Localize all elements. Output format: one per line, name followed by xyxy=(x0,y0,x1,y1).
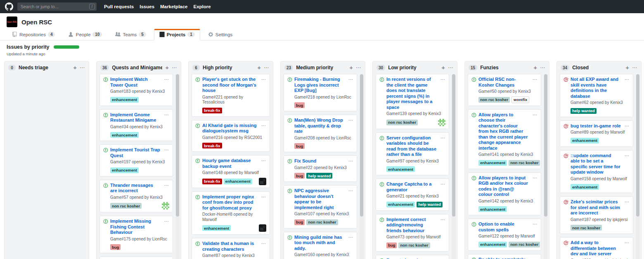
issue-title-link[interactable]: In recent versions of the client the gam… xyxy=(386,77,437,110)
tab-teams[interactable]: Teams 5 xyxy=(110,29,151,40)
issue-title-link[interactable]: Implement Tourist Trap Quest xyxy=(110,147,161,158)
card-menu-kebab-icon[interactable]: ⋯ xyxy=(164,183,169,194)
issue-title-link[interactable]: Firemaking - Burning Logs gives incorrec… xyxy=(294,77,345,94)
tab-count-badge: 5 xyxy=(139,32,146,37)
scrollbar-thumb[interactable] xyxy=(360,74,363,217)
issue-title-link[interactable]: Implement Watch Tower Quest xyxy=(110,77,161,88)
column-menu-kebab-icon[interactable]: ⋯ xyxy=(80,65,85,71)
add-card-plus-icon[interactable]: + xyxy=(349,65,353,70)
card-menu-kebab-icon[interactable]: ⋯ xyxy=(348,118,353,134)
add-card-plus-icon[interactable]: + xyxy=(533,65,537,70)
scrollbar-thumb[interactable] xyxy=(544,74,547,217)
tab-projects[interactable]: Projects 1 xyxy=(154,29,200,40)
card-menu-kebab-icon[interactable]: ⋯ xyxy=(533,175,537,198)
issue-title-link[interactable]: Implement proper nginx conf from dev int… xyxy=(202,194,258,211)
issue-title-link[interactable]: bug tester in-game role xyxy=(571,123,621,129)
card-menu-kebab-icon[interactable]: ⋯ xyxy=(261,158,266,169)
column-menu-kebab-icon[interactable]: ⋯ xyxy=(632,65,637,71)
project-updated-text: Updated a minute ago xyxy=(7,52,637,56)
project-card: Mining guild mine has too much mith and … xyxy=(284,232,357,259)
add-card-plus-icon[interactable]: + xyxy=(441,65,445,70)
column-menu-kebab-icon[interactable]: ⋯ xyxy=(264,65,269,71)
card-menu-kebab-icon[interactable]: ⋯ xyxy=(533,221,537,233)
search-input[interactable] xyxy=(17,2,97,11)
tab-settings[interactable]: Settings xyxy=(203,29,238,40)
card-menu-kebab-icon[interactable]: ⋯ xyxy=(533,257,537,259)
card-menu-kebab-icon[interactable]: ⋯ xyxy=(164,219,169,235)
issue-title-link[interactable]: Validate that a human is creating charac… xyxy=(202,241,258,252)
scrollbar-thumb[interactable] xyxy=(452,74,455,217)
column-name: Closed xyxy=(572,65,623,71)
card-menu-kebab-icon[interactable]: ⋯ xyxy=(164,77,169,88)
card-menu-kebab-icon[interactable]: ⋯ xyxy=(625,153,630,175)
scrollbar-thumb[interactable] xyxy=(636,74,639,217)
card-menu-kebab-icon[interactable]: ⋯ xyxy=(440,181,445,193)
card-menu-kebab-icon[interactable]: ⋯ xyxy=(261,241,266,252)
issue-title-link[interactable]: Not all EXP award and skill events have … xyxy=(571,77,621,99)
card-menu-kebab-icon[interactable]: ⋯ xyxy=(625,77,630,99)
issue-title-link[interactable]: Implement correct adding/removing friend… xyxy=(386,217,437,234)
issue-title-link[interactable]: Official RSC non-Kosher Changes xyxy=(478,77,529,88)
card-menu-kebab-icon[interactable]: ⋯ xyxy=(164,112,169,123)
github-logo-icon[interactable] xyxy=(5,2,13,11)
add-card-plus-icon[interactable]: + xyxy=(73,65,77,70)
issue-title-link[interactable]: Be able to completely disable lottery th… xyxy=(478,257,529,259)
issue-title-link[interactable]: Allow players to input RGB and/or hex co… xyxy=(478,175,529,198)
column-header: 0 Needs triage + ⋯ xyxy=(5,61,89,73)
issue-title-link[interactable]: Thrander messages are incorrect xyxy=(110,183,161,194)
nav-issues[interactable]: Issues xyxy=(140,4,154,9)
issue-title-link[interactable]: ::update command able to be set a specif… xyxy=(571,153,621,175)
card-menu-kebab-icon[interactable]: ⋯ xyxy=(348,77,353,94)
issue-title-link[interactable]: Man(Men) Wrong Drop table, quantity & dr… xyxy=(294,118,345,134)
issue-title-link[interactable]: Change Captcha to a generator xyxy=(386,181,437,193)
card-menu-kebab-icon[interactable]: ⋯ xyxy=(625,240,630,257)
column-menu-kebab-icon[interactable]: ⋯ xyxy=(172,65,177,71)
card-menu-kebab-icon[interactable]: ⋯ xyxy=(348,188,353,210)
tab-repositories[interactable]: Repositories 4 xyxy=(7,29,60,40)
issue-opened-icon xyxy=(195,158,200,169)
card-menu-kebab-icon[interactable]: ⋯ xyxy=(533,112,537,151)
add-card-plus-icon[interactable]: + xyxy=(625,65,629,70)
issue-title-link[interactable]: NPC aggressive behaviour doesn't appear … xyxy=(294,188,345,210)
issue-title-link[interactable]: Hourly game database backup event xyxy=(202,158,258,169)
card-menu-kebab-icon[interactable]: ⋯ xyxy=(348,158,353,164)
card-menu-kebab-icon[interactable]: ⋯ xyxy=(164,147,169,158)
issue-title-link[interactable]: Implement Missing Fishing Contest Behavi… xyxy=(110,219,161,235)
column-menu-kebab-icon[interactable]: ⋯ xyxy=(540,65,545,71)
nav-marketplace[interactable]: Marketplace xyxy=(160,4,187,9)
issue-title-link[interactable]: Add a way to differentiate between dev a… xyxy=(571,240,621,257)
issue-opened-icon xyxy=(471,113,476,151)
card-menu-kebab-icon[interactable]: ⋯ xyxy=(348,235,353,252)
card-menu-kebab-icon[interactable]: ⋯ xyxy=(440,258,445,259)
card-menu-kebab-icon[interactable]: ⋯ xyxy=(625,123,630,129)
issue-title-link[interactable]: Server configuration variables should be… xyxy=(386,135,437,158)
card-menu-kebab-icon[interactable]: ⋯ xyxy=(440,135,445,158)
column-menu-kebab-icon[interactable]: ⋯ xyxy=(448,65,453,71)
nav-pull-requests[interactable]: Pull requests xyxy=(104,4,134,9)
issue-title-link[interactable]: Al Kharid gate is missing dialogue/syste… xyxy=(202,123,258,134)
card-menu-kebab-icon[interactable]: ⋯ xyxy=(261,123,266,134)
card-menu-kebab-icon[interactable]: ⋯ xyxy=(261,194,266,211)
add-card-plus-icon[interactable]: + xyxy=(257,65,261,70)
issue-title-link[interactable]: Option to enable custom spells xyxy=(478,221,529,233)
add-card-plus-icon[interactable]: + xyxy=(165,65,169,70)
column-count-badge: 23 xyxy=(284,65,293,71)
nav-explore[interactable]: Explore xyxy=(194,4,211,9)
column-menu-kebab-icon[interactable]: ⋯ xyxy=(356,65,361,71)
card-menu-kebab-icon[interactable]: ⋯ xyxy=(440,217,445,234)
card-menu-kebab-icon[interactable]: ⋯ xyxy=(625,199,630,216)
card-menu-kebab-icon[interactable]: ⋯ xyxy=(440,77,445,110)
card-menu-kebab-icon[interactable]: ⋯ xyxy=(533,77,537,88)
issue-title-link[interactable]: Report abuse box should have ability for… xyxy=(386,258,437,259)
issue-title-link[interactable]: Fix Sound xyxy=(294,158,345,164)
issue-meta: Game#183 opened by Kenix3 xyxy=(110,89,169,94)
issue-title-link[interactable]: Mining guild mine has too much mith and … xyxy=(294,235,345,252)
scrollbar-thumb[interactable] xyxy=(176,74,179,217)
issue-title-link[interactable]: Allow players to choose their character'… xyxy=(478,112,529,151)
tab-people[interactable]: People 10 xyxy=(63,29,107,40)
issue-title-link[interactable]: Zeke's scimitar prices for steel and mit… xyxy=(571,199,621,216)
issue-title-link[interactable]: Player's get stuck on the second floor o… xyxy=(202,77,258,94)
issue-label: bug xyxy=(294,219,305,225)
card-menu-kebab-icon[interactable]: ⋯ xyxy=(261,77,266,94)
issue-title-link[interactable]: Implement Gnome Restaurant Minigame xyxy=(110,112,161,123)
